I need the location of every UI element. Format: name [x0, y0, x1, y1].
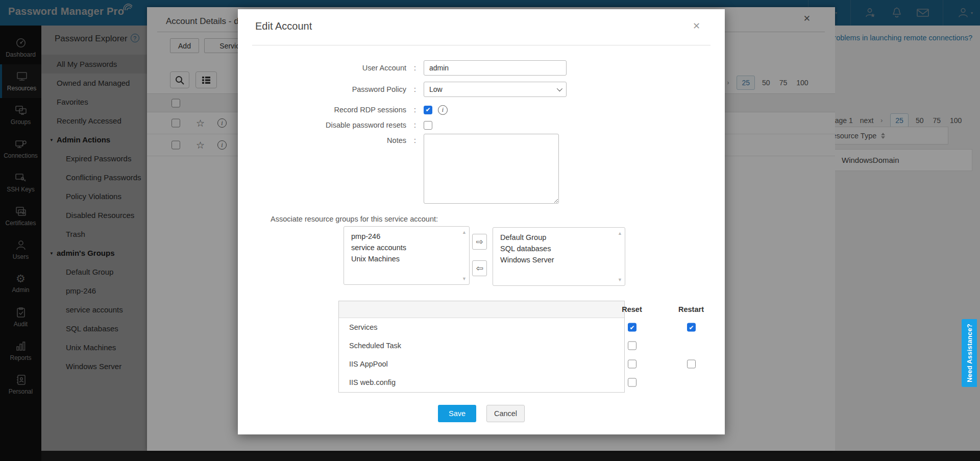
table-row-services: Services: [339, 318, 624, 336]
row-label: IIS AppPool: [349, 360, 388, 368]
available-groups-listbox[interactable]: pmp-246 service accounts Unix Machines ▲…: [344, 226, 470, 285]
colon: :: [406, 136, 424, 144]
list-item[interactable]: Windows Server: [493, 254, 625, 265]
colon: :: [406, 85, 424, 93]
notes-label: Notes: [238, 136, 406, 144]
associate-groups-label: Associate resource groups for this servi…: [271, 215, 438, 223]
restart-column-header: Restart: [671, 301, 712, 318]
password-policy-row: Password Policy : Low: [238, 82, 725, 97]
need-assistance-label: Need Assistance?: [966, 324, 973, 382]
cancel-button[interactable]: Cancel: [486, 405, 525, 422]
scheduled-task-reset-checkbox[interactable]: [628, 342, 636, 350]
services-reset-checkbox[interactable]: [628, 323, 636, 332]
row-label: IIS web.config: [349, 378, 396, 386]
table-row-iis-webconfig: IIS web.config: [339, 373, 624, 392]
edit-account-modal: Edit Account ✕ User Account : Password P…: [238, 9, 725, 434]
edit-account-form: User Account : Password Policy : Low Rec…: [238, 60, 725, 210]
title-divider: [252, 45, 710, 45]
list-item[interactable]: pmp-246: [344, 231, 469, 242]
iis-webconfig-reset-checkbox[interactable]: [628, 378, 636, 387]
scroll-down-icon[interactable]: ▼: [618, 277, 622, 282]
chevron-down-icon: [557, 86, 562, 91]
password-policy-label: Password Policy: [238, 85, 406, 93]
move-left-button[interactable]: ⇦: [472, 260, 487, 276]
colon: :: [406, 106, 424, 114]
scroll-up-icon[interactable]: ▲: [462, 230, 467, 235]
info-icon[interactable]: i: [438, 105, 448, 115]
row-label: Services: [349, 323, 378, 331]
user-account-label: User Account: [238, 64, 406, 72]
notes-row: Notes :: [238, 134, 725, 204]
scroll-down-icon[interactable]: ▼: [462, 276, 467, 281]
modal-actions: Save Cancel: [238, 405, 725, 422]
password-policy-select[interactable]: Low: [424, 82, 567, 97]
record-rdp-row: Record RDP sessions : i: [238, 103, 725, 116]
save-button[interactable]: Save: [438, 405, 476, 422]
list-item[interactable]: Unix Machines: [344, 253, 469, 264]
iis-apppool-restart-checkbox[interactable]: [687, 360, 696, 369]
disable-resets-checkbox[interactable]: [424, 121, 432, 130]
list-item[interactable]: Default Group: [493, 232, 625, 243]
iis-apppool-reset-checkbox[interactable]: [628, 360, 636, 369]
row-label: Scheduled Task: [349, 342, 401, 350]
move-right-button[interactable]: ⇨: [472, 234, 487, 250]
reset-restart-table-header: Reset Restart: [339, 301, 624, 318]
services-restart-checkbox[interactable]: [687, 323, 696, 332]
scroll-up-icon[interactable]: ▲: [618, 231, 622, 236]
selected-option: Low: [429, 85, 443, 93]
list-item[interactable]: service accounts: [344, 242, 469, 253]
table-row-iis-apppool: IIS AppPool: [339, 355, 624, 373]
table-row-scheduled-task: Scheduled Task: [339, 336, 624, 355]
disable-resets-row: Disable password resets :: [238, 118, 725, 132]
reset-restart-table: Reset Restart Services Scheduled Task II…: [338, 301, 625, 393]
record-rdp-label: Record RDP sessions: [238, 106, 406, 114]
user-account-row: User Account :: [238, 60, 725, 76]
modal-title: Edit Account: [255, 20, 312, 32]
record-rdp-checkbox[interactable]: [424, 106, 432, 114]
reset-column-header: Reset: [611, 301, 652, 318]
colon: :: [406, 64, 424, 72]
disable-resets-label: Disable password resets: [238, 121, 406, 129]
notes-textarea[interactable]: [424, 134, 559, 204]
colon: :: [406, 121, 424, 129]
need-assistance-tab[interactable]: Need Assistance?: [962, 319, 977, 387]
list-item[interactable]: SQL databases: [493, 243, 625, 254]
selected-groups-listbox[interactable]: Default Group SQL databases Windows Serv…: [493, 227, 625, 286]
close-icon[interactable]: ✕: [693, 20, 700, 32]
user-account-input[interactable]: [424, 60, 567, 76]
